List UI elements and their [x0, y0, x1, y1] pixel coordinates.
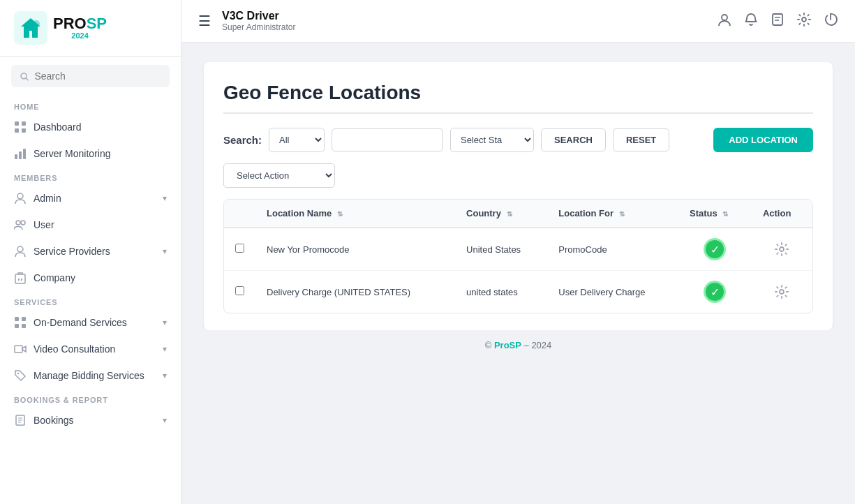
- sidebar-item-video-consultation[interactable]: Video Consultation ▾: [0, 336, 181, 362]
- svg-rect-25: [773, 14, 782, 25]
- chevron-down-icon5: ▾: [163, 371, 167, 380]
- chevron-down-icon4: ▾: [163, 344, 167, 354]
- table-header-row: Location Name ⇅ Country ⇅ Location For ⇅…: [224, 200, 812, 228]
- page-title: Geo Fence Locations: [223, 82, 813, 104]
- power-icon[interactable]: [823, 12, 838, 31]
- company-label: Company: [34, 272, 75, 283]
- table-row: New Yor Promocode United States PromoCod…: [224, 228, 812, 271]
- col-status[interactable]: Status ⇅: [678, 200, 752, 228]
- svg-rect-16: [21, 279, 22, 281]
- sort-icon-country: ⇅: [507, 210, 512, 218]
- row-action[interactable]: [752, 228, 812, 271]
- row-status: ✓: [678, 271, 752, 313]
- row-checkbox-cell[interactable]: [224, 228, 255, 271]
- sidebar-item-admin[interactable]: Admin ▾: [0, 185, 181, 212]
- document-icon[interactable]: [770, 12, 785, 31]
- section-home-label: HOME: [0, 96, 181, 114]
- alert-icon[interactable]: [743, 12, 759, 31]
- header: ☰ V3C Driver Super Administrator: [181, 0, 855, 43]
- sidebar-item-dashboard[interactable]: Dashboard: [0, 114, 181, 140]
- search-label: Search:: [223, 134, 262, 146]
- on-demand-label: On-Demand Services: [34, 317, 127, 328]
- user-label: User: [34, 219, 54, 230]
- action-gear-icon[interactable]: [763, 284, 801, 299]
- logo-icon: [14, 11, 47, 45]
- sidebar-item-on-demand[interactable]: On-Demand Services ▾: [0, 309, 181, 336]
- row-action[interactable]: [752, 271, 812, 313]
- user-profile-icon[interactable]: [717, 12, 732, 31]
- grid-icon: [14, 121, 27, 133]
- svg-rect-4: [22, 121, 26, 126]
- video-icon: [14, 343, 27, 355]
- action-select[interactable]: Select Action: [223, 163, 335, 188]
- col-location-for[interactable]: Location For ⇅: [547, 200, 678, 228]
- chevron-down-icon3: ▾: [163, 318, 167, 327]
- status-active-icon[interactable]: ✓: [704, 238, 726, 260]
- svg-rect-5: [15, 128, 19, 133]
- person-icon: [14, 192, 27, 205]
- svg-rect-3: [15, 121, 19, 126]
- header-subtitle: Super Administrator: [222, 22, 295, 32]
- sidebar-item-company[interactable]: Company: [0, 265, 181, 291]
- status-active-icon[interactable]: ✓: [704, 281, 726, 303]
- row-checkbox-2[interactable]: [235, 286, 244, 295]
- settings-icon[interactable]: [796, 12, 812, 31]
- col-country[interactable]: Country ⇅: [455, 200, 547, 228]
- row-checkbox-1[interactable]: [235, 244, 244, 253]
- svg-point-1: [33, 20, 40, 27]
- logo-text: PROSP 2024: [53, 16, 107, 40]
- search-text-input[interactable]: [332, 128, 443, 151]
- logo-container: PROSP 2024: [0, 0, 181, 57]
- title-divider: [223, 112, 813, 114]
- add-location-button[interactable]: ADD LOCATION: [713, 128, 813, 152]
- svg-rect-14: [15, 274, 25, 283]
- sidebar-item-user[interactable]: User: [0, 212, 181, 238]
- search-bar: Search: All Select Sta SEARCH RESET ADD …: [223, 128, 813, 152]
- header-title-block: V3C Driver Super Administrator: [222, 10, 295, 32]
- chevron-down-icon: ▾: [163, 193, 167, 203]
- state-select[interactable]: Select Sta: [450, 128, 534, 152]
- footer: © ProSP – 2024: [204, 330, 833, 360]
- svg-rect-7: [15, 154, 17, 159]
- logo-year: 2024: [53, 31, 107, 40]
- sidebar-item-manage-bidding[interactable]: Manage Bidding Services ▾: [0, 362, 181, 389]
- chevron-down-icon2: ▾: [163, 246, 167, 256]
- sort-icon-location-for: ⇅: [619, 210, 625, 218]
- admin-label: Admin: [34, 193, 61, 204]
- menu-button[interactable]: ☰: [198, 13, 211, 29]
- svg-rect-18: [22, 317, 26, 321]
- search-type-select[interactable]: All: [269, 128, 325, 152]
- table-row: Delivery Charge (UNITED STATES) united s…: [224, 271, 812, 313]
- reset-button[interactable]: RESET: [613, 128, 669, 151]
- svg-rect-15: [18, 279, 20, 281]
- svg-point-13: [17, 246, 23, 252]
- content-panel: Geo Fence Locations Search: All Select S…: [204, 62, 833, 330]
- col-location-name[interactable]: Location Name ⇅: [255, 200, 455, 228]
- logo-sp: SP: [87, 15, 107, 32]
- content-area: Geo Fence Locations Search: All Select S…: [181, 43, 855, 504]
- sidebar-search-box[interactable]: [11, 65, 170, 87]
- sidebar-item-service-providers[interactable]: Service Providers ▾: [0, 238, 181, 265]
- svg-point-24: [722, 15, 727, 20]
- search-button[interactable]: SEARCH: [541, 128, 606, 151]
- sidebar-item-bookings[interactable]: Bookings ▾: [0, 407, 181, 433]
- search-input[interactable]: [34, 71, 161, 82]
- geo-fence-table: Location Name ⇅ Country ⇅ Location For ⇅…: [223, 199, 813, 313]
- row-checkbox-cell[interactable]: [224, 271, 255, 313]
- col-action: Action: [752, 200, 812, 228]
- row-location-for: User Delivery Charge: [547, 271, 678, 313]
- svg-rect-17: [15, 317, 19, 321]
- video-consultation-label: Video Consultation: [34, 343, 115, 355]
- sidebar-item-server-monitoring[interactable]: Server Monitoring: [0, 140, 181, 167]
- svg-point-27: [780, 247, 784, 251]
- section-services-label: SERVICES: [0, 291, 181, 309]
- bar-chart-icon: [14, 147, 27, 160]
- sort-icon-location: ⇅: [337, 210, 343, 218]
- svg-point-11: [16, 221, 20, 225]
- row-location-name: New Yor Promocode: [255, 228, 455, 271]
- server-monitoring-label: Server Monitoring: [34, 148, 111, 159]
- users-icon: [14, 218, 27, 231]
- action-gear-icon[interactable]: [763, 242, 801, 257]
- section-members-label: MEMBERS: [0, 167, 181, 185]
- chevron-down-icon6: ▾: [163, 415, 167, 425]
